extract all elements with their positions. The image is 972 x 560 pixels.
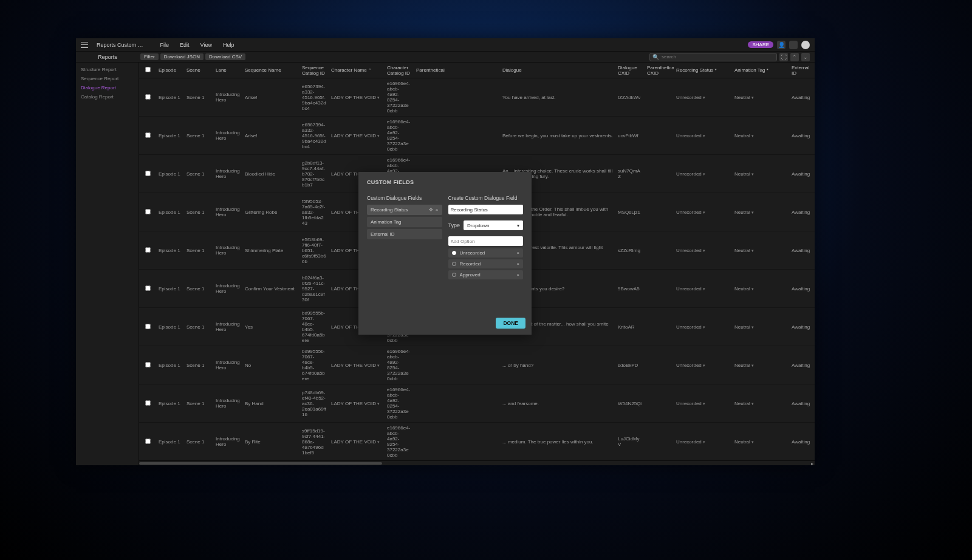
column-header[interactable]: Lane [213, 67, 242, 73]
row-checkbox[interactable] [145, 439, 151, 444]
column-header[interactable]: Sequence Name [242, 67, 299, 73]
cell-animation-tag[interactable]: Neutral [732, 207, 789, 217]
main-menu: File Edit View Help [160, 42, 234, 48]
table-row[interactable]: Episode 1Scene 1Introducing HeroArise!e6… [139, 117, 815, 155]
cell-animation-tag[interactable]: Neutral [732, 131, 789, 141]
cell-recording-status[interactable]: Unrecorded [674, 360, 732, 370]
user-icon[interactable]: 👤 [777, 41, 785, 49]
cell-recording-status[interactable]: Unrecorded [674, 245, 732, 256]
cell-recording-status[interactable]: Unrecorded [674, 322, 732, 332]
sidebar-item[interactable]: Sequence Report [76, 74, 139, 83]
column-header[interactable]: Character Name ⌃ [329, 67, 385, 73]
table-row[interactable]: Episode 1Scene 1Introducing HeroBy Rites… [139, 423, 815, 460]
dropdown-option-item[interactable]: Unrecorded× [448, 248, 524, 258]
row-checkbox[interactable] [145, 362, 151, 367]
column-header[interactable]: Parenthetical CXID [645, 65, 674, 76]
share-button[interactable]: SHARE [748, 41, 773, 48]
download-json-button[interactable]: Download JSON [160, 53, 204, 60]
cell-recording-status[interactable]: Unrecorded [674, 92, 732, 103]
cell-animation-tag[interactable]: Neutral [732, 284, 789, 294]
grip-icon[interactable]: ✥ [429, 207, 433, 213]
cell-character[interactable]: LADY OF THE VOID [329, 92, 385, 103]
row-checkbox[interactable] [145, 132, 151, 138]
column-header[interactable]: Character Catalog ID [385, 65, 414, 76]
default-radio[interactable] [452, 251, 456, 255]
dropdown-option-item[interactable]: Approved× [448, 270, 524, 279]
cell-recording-status[interactable]: Unrecorded [674, 284, 732, 294]
scroll-right-icon[interactable]: ▸ [811, 461, 813, 466]
column-header[interactable] [139, 67, 156, 73]
sidebar-item[interactable]: Dialogue Report [76, 83, 139, 92]
cell-animation-tag[interactable]: Neutral [732, 245, 789, 256]
add-option-input[interactable] [448, 236, 524, 246]
cell-recording-status[interactable]: Unrecorded [674, 398, 732, 409]
search-input[interactable] [662, 54, 774, 60]
filter-button[interactable]: Filter [140, 53, 159, 60]
collapse-icon[interactable]: ⌃ [790, 53, 799, 61]
cell-recording-status[interactable]: Unrecorded [674, 169, 732, 179]
custom-field-item[interactable]: Animation Tag [367, 217, 442, 227]
row-checkbox[interactable] [145, 400, 151, 406]
sidebar-item[interactable]: Structure Report [76, 65, 139, 74]
download-csv-button[interactable]: Download CSV [205, 53, 245, 60]
custom-field-item[interactable]: Recording Status✥× [367, 205, 442, 215]
cell-animation-tag[interactable]: Neutral [732, 92, 789, 103]
cell-character[interactable]: LADY OF THE VOID [329, 437, 385, 447]
cell-animation-tag[interactable]: Neutral [732, 360, 789, 370]
scrollbar-thumb[interactable] [139, 462, 382, 465]
menu-view[interactable]: View [200, 42, 212, 48]
default-radio[interactable] [452, 262, 456, 266]
remove-option-icon[interactable]: × [516, 272, 519, 278]
row-checkbox[interactable] [145, 324, 151, 329]
settings-icon[interactable] [789, 41, 798, 49]
default-radio[interactable] [452, 273, 456, 277]
column-header[interactable]: Dialogue [500, 67, 615, 73]
menu-edit[interactable]: Edit [180, 42, 190, 48]
row-checkbox[interactable] [145, 171, 151, 176]
search-box[interactable]: 🔍 [649, 53, 777, 61]
fullscreen-icon[interactable]: ⛶ [779, 53, 788, 61]
cell-scene: Scene 1 [184, 92, 213, 103]
remove-field-icon[interactable]: × [436, 207, 439, 213]
table-row[interactable]: Episode 1Scene 1Introducing HeroBy Handp… [139, 384, 815, 423]
column-header[interactable]: External ID [789, 65, 813, 76]
expand-icon[interactable]: ⌄ [801, 53, 810, 61]
row-checkbox[interactable] [145, 285, 151, 291]
field-name-input[interactable] [448, 205, 524, 214]
column-header[interactable]: Scene [184, 67, 213, 73]
cell-animation-tag[interactable]: Neutral [732, 169, 789, 179]
table-row[interactable]: Episode 1Scene 1Introducing HeroNobd9955… [139, 346, 815, 384]
avatar[interactable] [801, 41, 810, 49]
cell-animation-tag[interactable]: Neutral [732, 398, 789, 409]
menu-icon[interactable] [81, 42, 88, 48]
row-checkbox[interactable] [145, 94, 151, 100]
column-header[interactable]: Recording Status * [674, 67, 732, 73]
row-checkbox[interactable] [145, 247, 151, 253]
horizontal-scrollbar[interactable]: ▸ [139, 460, 815, 465]
row-checkbox[interactable] [145, 209, 151, 214]
cell-character[interactable]: LADY OF THE VOID [329, 131, 385, 141]
menu-file[interactable]: File [160, 42, 169, 48]
custom-field-item[interactable]: External ID [367, 229, 442, 239]
cell-recording-status[interactable]: Unrecorded [674, 131, 732, 141]
done-button[interactable]: DONE [496, 318, 525, 329]
column-header[interactable]: Episode [156, 67, 184, 73]
cell-character[interactable]: LADY OF THE VOID [329, 398, 385, 409]
column-header[interactable]: Animation Tag * [732, 67, 789, 73]
menu-help[interactable]: Help [223, 42, 234, 48]
table-row[interactable]: Episode 1Scene 1Introducing HeroArise!e6… [139, 78, 815, 117]
column-header[interactable]: Sequence Catalog ID [299, 65, 329, 76]
type-select[interactable]: Dropdown ▾ [464, 220, 523, 230]
dropdown-option-item[interactable]: Recorded× [448, 259, 524, 268]
cell-recording-status[interactable]: Unrecorded [674, 207, 732, 217]
remove-option-icon[interactable]: × [516, 250, 519, 256]
cell-recording-status[interactable]: Unrecorded [674, 437, 732, 447]
sidebar-item[interactable]: Catalog Report [76, 92, 139, 101]
select-all-checkbox[interactable] [145, 67, 151, 72]
cell-character[interactable]: LADY OF THE VOID [329, 360, 385, 370]
column-header[interactable]: Parenthetical [414, 67, 500, 73]
cell-animation-tag[interactable]: Neutral [732, 322, 789, 332]
remove-option-icon[interactable]: × [516, 261, 519, 267]
cell-animation-tag[interactable]: Neutral [732, 437, 789, 447]
column-header[interactable]: Dialogue CXID [615, 65, 645, 76]
